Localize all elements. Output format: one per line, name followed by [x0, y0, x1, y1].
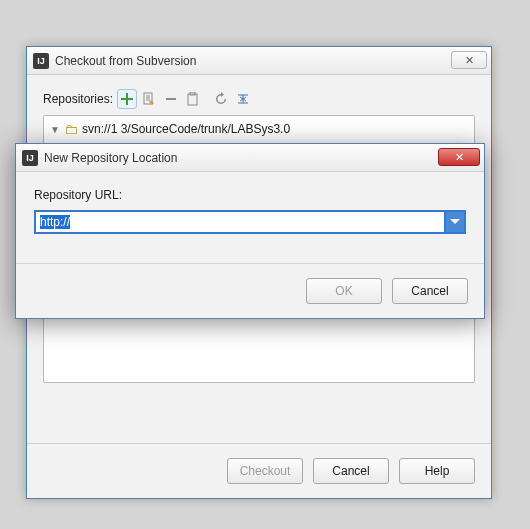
collapse-button[interactable] — [233, 89, 253, 109]
modal-content: Repository URL: — [16, 172, 484, 234]
refresh-icon — [214, 92, 228, 106]
modal-close-button[interactable]: ✕ — [438, 148, 480, 166]
tree-item-label: svn://1 3/SourceCode/trunk/LABSys3.0 — [82, 122, 290, 136]
modal-button-row: OK Cancel — [16, 263, 484, 318]
modal-titlebar[interactable]: IJ New Repository Location ✕ — [16, 144, 484, 172]
new-repo-dialog: IJ New Repository Location ✕ Repository … — [15, 143, 485, 319]
main-titlebar[interactable]: IJ Checkout from Subversion ✕ — [27, 47, 491, 75]
ok-button[interactable]: OK — [306, 278, 382, 304]
cancel-button[interactable]: Cancel — [313, 458, 389, 484]
url-dropdown-button[interactable] — [444, 210, 466, 234]
svg-rect-1 — [166, 98, 176, 100]
help-button[interactable]: Help — [399, 458, 475, 484]
intellij-icon: IJ — [22, 150, 38, 166]
edit-icon — [142, 92, 156, 106]
checkout-button[interactable]: Checkout — [227, 458, 303, 484]
chevron-down-icon — [450, 219, 460, 225]
close-button[interactable]: ✕ — [451, 51, 487, 69]
plus-icon — [121, 93, 133, 105]
clipboard-icon — [187, 92, 199, 106]
folder-icon: 🗀 — [64, 121, 78, 137]
modal-cancel-button[interactable]: Cancel — [392, 278, 468, 304]
edit-repo-button[interactable] — [139, 89, 159, 109]
intellij-icon: IJ — [33, 53, 49, 69]
tree-row[interactable]: ▼ 🗀 svn://1 3/SourceCode/trunk/LABSys3.0 — [50, 120, 468, 138]
main-button-row: Checkout Cancel Help — [27, 443, 491, 498]
add-repo-button[interactable] — [117, 89, 137, 109]
minus-icon — [165, 93, 177, 105]
collapse-icon — [236, 92, 250, 106]
repo-url-input[interactable] — [34, 210, 444, 234]
remove-repo-button[interactable] — [161, 89, 181, 109]
refresh-button[interactable] — [211, 89, 231, 109]
copy-repo-button[interactable] — [183, 89, 203, 109]
main-title: Checkout from Subversion — [55, 54, 196, 68]
repositories-label: Repositories: — [43, 92, 113, 106]
modal-title: New Repository Location — [44, 151, 177, 165]
repo-url-label: Repository URL: — [34, 188, 466, 202]
svg-rect-2 — [188, 94, 197, 105]
expand-arrow-icon[interactable]: ▼ — [50, 124, 60, 135]
